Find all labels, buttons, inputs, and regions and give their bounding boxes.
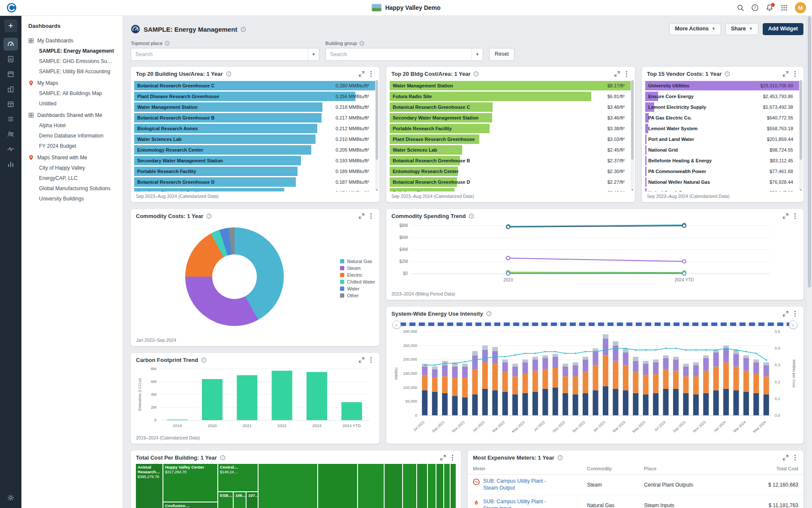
bar-row[interactable]: National Weller Natural Gas$76,928.44 [645, 176, 800, 187]
add-widget-button[interactable]: Add Widget [763, 23, 803, 35]
help-icon[interactable]: ? [751, 4, 759, 12]
bills-list-icon[interactable] [3, 113, 18, 126]
user-avatar[interactable]: M [795, 2, 806, 13]
bar-row[interactable]: Futura Radio Site$6.81/ft² [390, 91, 632, 102]
apps-grid-icon[interactable] [780, 4, 788, 12]
bar-row[interactable]: Secondary Water Management Station0.193 … [134, 155, 376, 166]
treemap-cell[interactable]: ESB… [218, 492, 233, 508]
bar-row[interactable]: Bellefonte Plant$2.19/ft² [390, 187, 632, 191]
more-actions-button[interactable]: More Actions▼ [669, 23, 721, 35]
building-group-dropdown-button[interactable]: ▼ [472, 48, 483, 60]
add-icon[interactable] [4, 19, 17, 32]
nav-item[interactable]: SAMPLE: Energy Management [21, 46, 123, 56]
widget-info-icon[interactable]: ? [473, 71, 479, 77]
nav-item[interactable]: University Buildings [21, 194, 123, 204]
treemap-cell[interactable] [417, 464, 427, 508]
accounts-box-icon[interactable] [3, 98, 18, 111]
meter-link[interactable]: SUB: Campus Utility Plant - Steam Output [483, 478, 560, 491]
page-info-icon[interactable]: ? [241, 27, 246, 32]
scrollbar-thumb[interactable] [808, 16, 811, 287]
buildings-icon[interactable] [3, 83, 18, 96]
bar-row[interactable]: University Utilities$29,310,706.90 [645, 80, 800, 91]
nav-item[interactable]: SAMPLE: Utility Bill Accounting [21, 66, 123, 77]
energycap-logo[interactable] [6, 2, 17, 13]
analytics-chart-icon[interactable] [3, 158, 18, 170]
groups-people-icon[interactable] [3, 128, 18, 140]
dashboards-rail-icon[interactable] [3, 38, 18, 51]
bar-row[interactable]: Entomology Research Center$2.30/ft² [390, 166, 632, 176]
expand-icon[interactable] [614, 71, 620, 77]
bar-row[interactable]: Water Management Station0.218 MMBtu/ft² [134, 102, 376, 112]
reset-button[interactable]: Reset [489, 48, 514, 61]
treemap-cell[interactable] [318, 464, 357, 508]
expand-icon[interactable] [782, 213, 789, 219]
calendar-icon[interactable] [3, 68, 18, 81]
legend-item[interactable]: Electric [340, 272, 375, 278]
bar-row[interactable]: Lemont Water System$558,763.18 [645, 123, 800, 134]
widget-info-icon[interactable]: ? [226, 71, 232, 77]
building-group-info-icon[interactable]: ? [359, 41, 364, 46]
meters-pulse-icon[interactable] [3, 143, 18, 155]
nav-item[interactable]: FY 2024 Budget [21, 141, 123, 151]
slider-handle-right[interactable]: || [789, 320, 797, 329]
nav-section-header[interactable]: Maps Shared with Me [21, 151, 123, 163]
scroll-down-icon[interactable]: ▼ [375, 188, 379, 191]
bar-row[interactable]: Portable Research Facility0.189 MMBtu/ft… [134, 166, 376, 176]
kebab-menu-icon[interactable] [792, 454, 798, 461]
bar-row[interactable]: Port and Land Water$201,859.44 [645, 134, 800, 144]
bar-row[interactable]: Ensure Core Energy$2,453,793.86 [645, 91, 800, 102]
nav-item[interactable]: SAMPLE: GHG Emissions Summary [21, 56, 123, 66]
bar-row[interactable]: Botanical Research Greenhouse C$3.48/ft² [390, 102, 632, 112]
list-scrollbar[interactable]: ▼ [799, 80, 803, 191]
treemap-cell[interactable] [428, 464, 436, 508]
expand-icon[interactable] [440, 454, 446, 461]
bar-row[interactable]: National Grid$98,724.55 [645, 144, 800, 155]
expand-icon[interactable] [782, 311, 789, 317]
widget-info-icon[interactable]: ? [206, 213, 212, 219]
kebab-menu-icon[interactable] [623, 71, 630, 77]
bar-row[interactable]: Bellefonte Heating & Energy$83,112.45 [645, 155, 800, 166]
widget-info-icon[interactable]: ? [469, 213, 474, 219]
kebab-menu-icon[interactable] [368, 213, 374, 219]
legend-item[interactable]: Chilled Water [340, 279, 375, 284]
bar-row[interactable]: PA Commonwealth Power$77,461.68 [645, 166, 800, 176]
widget-info-icon[interactable]: ? [220, 455, 226, 460]
nav-item[interactable]: Alpha Hotel [21, 120, 123, 131]
slider-handle-left[interactable]: || [392, 320, 401, 329]
zoom-range-slider[interactable]: || || [392, 320, 797, 328]
nav-item[interactable]: Global Manufacturing Solutions [21, 183, 123, 194]
expand-icon[interactable] [782, 71, 789, 77]
bar-row[interactable]: Secondary Water Management Station$3.46/… [390, 112, 632, 123]
bar-row[interactable]: Botanical Research Greenhouse D$2.27/ft² [390, 176, 632, 187]
spending-trend-chart[interactable]: $0$2M$4M$6M$8M20232024 YTD [386, 221, 803, 285]
topmost-place-dropdown-button[interactable]: ▼ [308, 48, 319, 60]
nav-item[interactable]: City of Happy Valley [21, 163, 123, 173]
nav-section-header[interactable]: My Maps [21, 77, 123, 88]
nav-item[interactable]: Demo Database Information [21, 131, 123, 141]
kebab-menu-icon[interactable] [368, 357, 374, 363]
table-row[interactable]: SUB: Campus Utility Plant - Steam InputN… [468, 495, 803, 508]
bar-row[interactable]: Entomology Research Center0.205 MMBtu/ft… [134, 144, 376, 155]
expand-icon[interactable] [358, 71, 365, 77]
meter-link[interactable]: SUB: Campus Utility Plant - Steam Input [483, 499, 560, 508]
list-scrollbar[interactable]: ▼ [375, 80, 379, 191]
bar-row[interactable]: Water Management Station$8.17/ft² [390, 80, 632, 91]
bar-row[interactable]: Plant Disease Research Greenhouse$3.03/f… [390, 134, 632, 144]
kebab-menu-icon[interactable] [792, 311, 798, 317]
treemap-cell[interactable]: Happy Valley Center$317,284.70 [163, 464, 217, 502]
total-cost-treemap[interactable]: Animal Research…$395,276.78Happy Valley … [136, 464, 456, 508]
bar-row[interactable]: Water Sciences Lab$2.45/ft² [390, 144, 632, 155]
widget-info-icon[interactable]: ? [725, 71, 730, 77]
bar-row[interactable]: Botanical Research Greenhouse B0.217 MMB… [134, 112, 376, 123]
bar-row[interactable]: PA Gas Electric Co.$640,772.95 [645, 112, 800, 123]
treemap-cell[interactable] [403, 464, 416, 508]
search-icon[interactable] [737, 4, 744, 12]
bar-row[interactable]: Veterinary Diagnostic Facility0.174 MMBt… [134, 187, 376, 191]
treemap-cell[interactable]: 105… [234, 492, 246, 508]
share-button[interactable]: Share▼ [725, 23, 758, 35]
treemap-cell[interactable]: 107… [247, 492, 258, 508]
kebab-menu-icon[interactable] [368, 71, 374, 77]
nav-section-header[interactable]: My Dashboards [21, 34, 123, 46]
treemap-cell[interactable]: Confusion…$169,711… [163, 502, 217, 508]
kebab-menu-icon[interactable] [449, 454, 456, 461]
